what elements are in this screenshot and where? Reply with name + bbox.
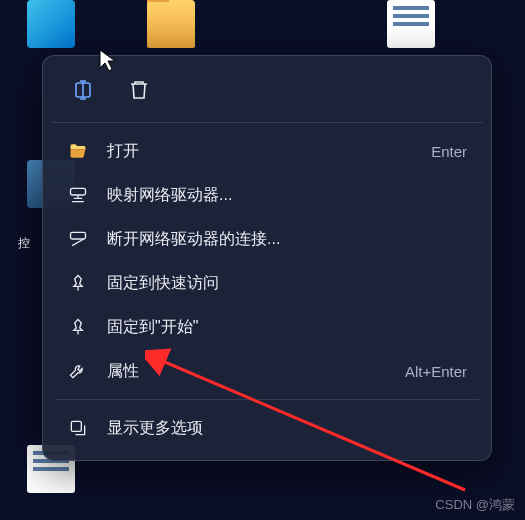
svg-rect-3 [71,421,81,431]
monitor-icon [27,0,75,48]
svg-rect-1 [71,188,86,195]
menu-item-label: 断开网络驱动器的连接... [107,229,467,250]
menu-item-properties[interactable]: 属性 Alt+Enter [51,349,483,393]
rename-icon [73,78,97,102]
menu-item-shortcut: Alt+Enter [405,363,467,380]
desktop-icon-folder[interactable] [135,0,207,52]
menu-item-label: 打开 [107,141,413,162]
watermark: CSDN @鸿蒙 [435,496,515,514]
context-menu: 打开 Enter 映射网络驱动器... 断开网络驱动器的连接... 固定到快速访… [42,55,492,461]
menu-item-show-more-options[interactable]: 显示更多选项 [51,406,483,450]
context-menu-top-actions [51,66,483,123]
folder-open-icon [67,140,89,162]
trash-icon [127,78,151,102]
menu-item-map-network-drive[interactable]: 映射网络驱动器... [51,173,483,217]
menu-separator [55,399,479,400]
delete-button[interactable] [121,72,157,108]
menu-item-pin-to-quick-access[interactable]: 固定到快速访问 [51,261,483,305]
menu-item-label: 固定到"开始" [107,317,467,338]
document-icon [387,0,435,48]
menu-item-shortcut: Enter [431,143,467,160]
rename-button[interactable] [67,72,103,108]
menu-item-open[interactable]: 打开 Enter [51,129,483,173]
desktop-icon-label-fragment: 控 [18,235,30,252]
disconnect-drive-icon [67,228,89,250]
menu-item-label: 固定到快速访问 [107,273,467,294]
wrench-icon [67,360,89,382]
folder-icon [147,0,195,48]
menu-item-label: 显示更多选项 [107,418,467,439]
network-drive-icon [67,184,89,206]
svg-rect-2 [71,232,86,239]
menu-item-pin-to-start[interactable]: 固定到"开始" [51,305,483,349]
desktop-icon-document[interactable] [375,0,447,52]
menu-item-label: 映射网络驱动器... [107,185,467,206]
menu-item-label: 属性 [107,361,387,382]
pin-icon [67,272,89,294]
desktop-icon-this-pc[interactable] [15,0,87,52]
more-options-icon [67,417,89,439]
menu-item-disconnect-network-drive[interactable]: 断开网络驱动器的连接... [51,217,483,261]
pin-start-icon [67,316,89,338]
